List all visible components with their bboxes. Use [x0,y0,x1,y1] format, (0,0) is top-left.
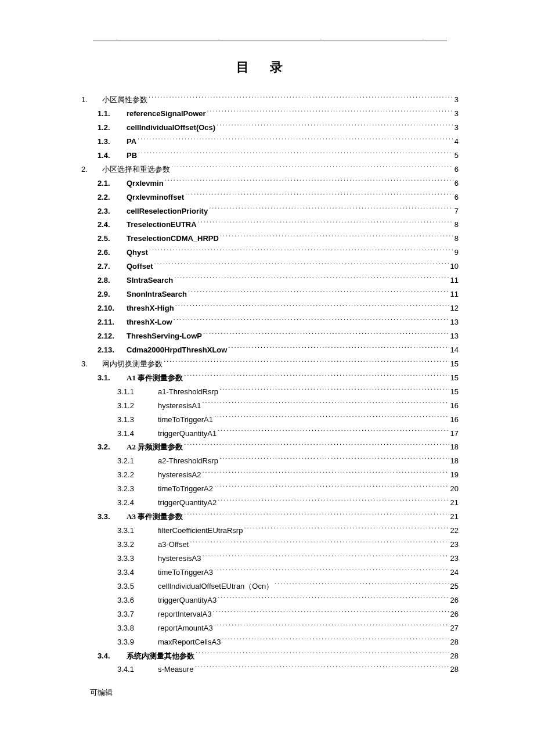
toc-label: SIntraSearch [127,274,173,286]
toc-row[interactable]: 3.3.3hysteresisA323 [81,552,459,564]
toc-label: hysteresisA2 [158,469,201,481]
toc-row[interactable]: 1.3.PA4 [81,135,459,147]
toc-number: 3.3.9 [81,636,151,648]
toc-number: 3.1.4 [81,427,151,440]
toc-label: timeToTriggerA2 [158,483,213,495]
toc-number: 3.1.1 [81,386,151,398]
toc-label: A1 事件测量参数 [127,372,183,384]
toc-page: 19 [450,469,459,481]
toc-page: 25 [450,580,459,592]
toc-row[interactable]: 3.1.A1 事件测量参数15 [81,372,459,384]
toc-label: a2-ThresholdRsrp [158,455,218,467]
toc-label: A3 事件测量参数 [127,510,183,523]
toc-row[interactable]: 2.5.TreselectionCDMA_HRPD8 [81,232,459,244]
toc-leader [220,233,453,241]
toc-row[interactable]: 3.3.A3 事件测量参数21 [81,510,459,523]
toc-row[interactable]: 2.2.Qrxlevminoffset6 [81,191,459,203]
toc-leader [154,261,449,269]
toc-label: Qhyst [127,246,148,258]
toc-leader [218,595,449,603]
toc-page: 15 [450,358,459,370]
toc-row[interactable]: 3.2.2hysteresisA219 [81,469,459,481]
toc-leader [202,401,449,408]
toc-row[interactable]: 2.10.threshX-High12 [81,302,459,314]
toc-row[interactable]: 3.1.2hysteresisA116 [81,399,459,412]
toc-label: threshX-Low [127,316,172,328]
toc-row[interactable]: 3.3.4timeToTriggerA324 [81,566,459,578]
toc-leader [185,192,453,200]
toc-label: threshX-High [127,302,174,314]
toc-row[interactable]: 1.4.PB5 [81,149,459,161]
toc-row[interactable]: 3.2.4triggerQuantityA221 [81,496,459,509]
toc-leader [203,331,449,339]
toc-number: 3.3. [81,510,122,523]
toc-leader [207,109,453,116]
toc-leader [202,553,449,561]
toc-page: 22 [450,524,459,537]
toc-number: 2.12. [81,330,122,342]
toc-leader [194,664,449,672]
toc-label: s-Measure [158,663,193,675]
toc-row[interactable]: 3.1.3timeToTriggerA116 [81,413,459,426]
toc-label: timeToTriggerA3 [158,566,213,578]
toc-label: 小区选择和重选参数 [102,163,170,175]
toc-page: 21 [450,496,459,509]
toc-row[interactable]: 3.3.5cellIndividualOffsetEUtran（Ocn）25 [81,580,459,592]
toc-row[interactable]: 3.1.1a1-ThresholdRsrp15 [81,386,459,398]
toc-row[interactable]: 1.1.referenceSignalPower3 [81,107,459,120]
toc-row[interactable]: 2.9.SnonIntraSearch11 [81,288,459,300]
toc-number: 3.1.3 [81,413,151,426]
document-page: .... 目录 1.小区属性参数31.1.referenceSignalPowe… [0,0,534,756]
toc-row[interactable]: 1.小区属性参数3 [81,93,459,106]
toc-row[interactable]: 1.2.cellIndividualOffset(Ocs)3 [81,121,459,134]
toc-row[interactable]: 3.4.1s-Measure28 [81,663,459,675]
toc-row[interactable]: 3.3.1filterCoefficientEUtraRsrp22 [81,524,459,537]
toc-row[interactable]: 2.8.SIntraSearch11 [81,274,459,286]
toc-row[interactable]: 2.13.Cdma2000HrpdThreshXLow14 [81,344,459,356]
toc-number: 2.8. [81,274,122,286]
toc-row[interactable]: 3.3.6triggerQuantityA326 [81,594,459,606]
toc-row[interactable]: 3.2.3timeToTriggerA220 [81,483,459,495]
toc-row[interactable]: 3.2.1a2-ThresholdRsrp18 [81,455,459,467]
toc-leader [214,484,449,491]
toc-label: 网内切换测量参数 [102,358,163,370]
header-rule: .... [93,41,447,41]
toc-row[interactable]: 2.3.cellReselectionPriority7 [81,205,459,217]
toc-label: Qoffset [127,260,153,272]
toc-row[interactable]: 2.7.Qoffset10 [81,260,459,272]
toc-label: 小区属性参数 [102,93,147,106]
toc-row[interactable]: 2.小区选择和重选参数6 [81,163,459,175]
toc-label: referenceSignalPower [127,107,206,120]
toc-leader [275,581,449,589]
toc-page: 26 [450,608,459,620]
toc-label: Qrxlevminoffset [127,191,184,203]
toc-number: 2.10. [81,302,122,314]
toc-row[interactable]: 2.4.TreselectionEUTRA8 [81,218,459,231]
toc-row[interactable]: 3.1.4triggerQuantityA117 [81,427,459,440]
toc-row[interactable]: 3.3.9maxReportCellsA328 [81,636,459,648]
toc-number: 3.3.7 [81,608,151,620]
toc-number: 2.11. [81,316,122,328]
toc-page: 18 [450,441,459,453]
toc-row[interactable]: 3.4.系统内测量其他参数28 [81,650,459,662]
toc-row[interactable]: 3.2.A2 异频测量参数18 [81,441,459,453]
toc-page: 13 [450,330,459,342]
toc-row[interactable]: 2.12.ThreshServing-LowP13 [81,330,459,342]
toc-leader [184,512,449,519]
toc-number: 1. [81,93,102,106]
toc-row[interactable]: 2.11.threshX-Low13 [81,316,459,328]
toc-page: 4 [454,135,459,147]
toc-row[interactable]: 2.6.Qhyst9 [81,246,459,258]
toc-number: 3.2.3 [81,483,151,495]
toc-row[interactable]: 3.3.8reportAmountA327 [81,622,459,634]
toc-page: 7 [454,205,459,217]
toc-leader [165,178,453,186]
toc-label: maxReportCellsA3 [158,636,221,648]
header-marks: .... [93,35,447,41]
toc-row[interactable]: 3.3.2a3-Offset23 [81,538,459,550]
toc-page: 16 [450,413,459,426]
toc-row[interactable]: 2.1.Qrxlevmin6 [81,177,459,189]
toc-row[interactable]: 3.网内切换测量参数15 [81,358,459,370]
toc-page: 11 [450,274,459,286]
toc-row[interactable]: 3.3.7reportIntervalA326 [81,608,459,620]
